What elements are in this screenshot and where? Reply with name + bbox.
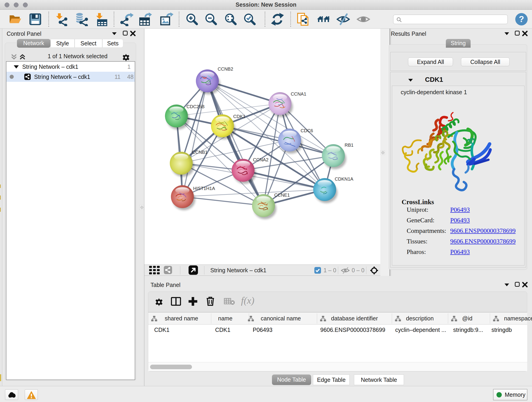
svg-text:?: ? — [519, 14, 524, 24]
svg-text:CCNA2: CCNA2 — [253, 157, 268, 162]
svg-text:HIST1H1A: HIST1H1A — [193, 186, 215, 191]
svg-text:CDC6: CDC6 — [301, 128, 313, 133]
svg-text:CCNB2: CCNB2 — [218, 66, 233, 71]
svg-text:CDK1: CDK1 — [233, 114, 245, 119]
svg-text:CCNB1: CCNB1 — [192, 150, 208, 155]
svg-text:RB1: RB1 — [345, 143, 354, 148]
svg-text:CCNA1: CCNA1 — [291, 91, 306, 96]
svg-text:CDC25B: CDC25B — [186, 104, 205, 109]
svg-text:CCNE1: CCNE1 — [274, 192, 290, 198]
svg-text:CDKN1A: CDKN1A — [335, 177, 354, 182]
